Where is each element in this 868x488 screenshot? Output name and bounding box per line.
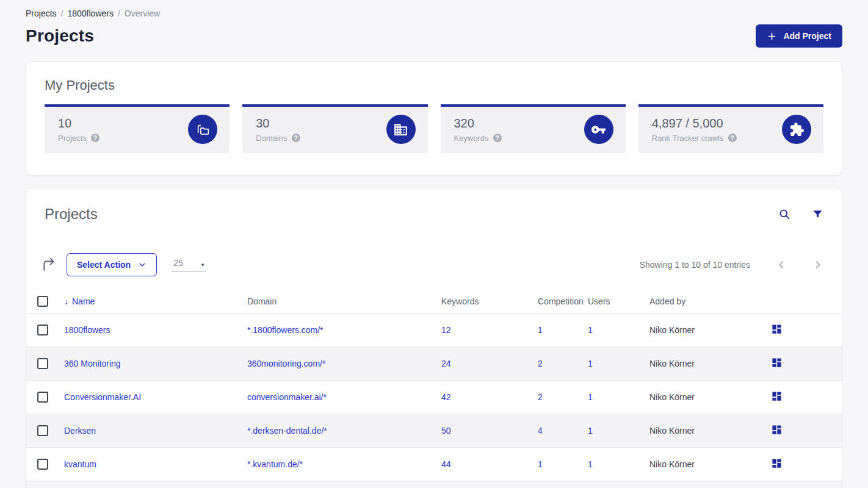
- stat-keywords: 320 Keywords ?: [441, 104, 626, 153]
- row-checkbox[interactable]: [37, 358, 48, 369]
- dashboard-icon: [771, 323, 783, 335]
- column-header-domain[interactable]: Domain: [247, 296, 441, 306]
- stat-projects-label: Projects: [58, 134, 87, 143]
- stat-crawls-value: 4,897 / 5,000: [652, 117, 737, 131]
- help-icon[interactable]: ?: [91, 134, 99, 142]
- keywords-key-icon: [584, 115, 613, 144]
- project-dashboard-button[interactable]: [771, 424, 783, 436]
- projects-panel-title: Projects: [45, 206, 98, 223]
- chevron-down-icon: [138, 260, 146, 269]
- my-projects-title: My Projects: [45, 77, 823, 93]
- project-users-link[interactable]: 1: [588, 359, 593, 368]
- table-row: kvantum *.kvantum.de/* 44 1 1 Niko Körne…: [26, 447, 842, 481]
- breadcrumb: Projects / 1800flowers / Overview: [26, 0, 842, 18]
- stat-domains-label: Domains: [256, 134, 287, 143]
- project-dashboard-button[interactable]: [771, 458, 783, 469]
- page-size-value: 25: [173, 258, 183, 268]
- stat-projects: 10 Projects ?: [45, 104, 230, 153]
- row-checkbox[interactable]: [37, 425, 48, 436]
- project-competition-link[interactable]: 4: [538, 426, 543, 436]
- stat-crawls: 4,897 / 5,000 Rank Tracker crawls ?: [638, 104, 823, 153]
- stats-row: 10 Projects ? 30 Domai: [45, 104, 823, 153]
- pagination-next-icon[interactable]: [812, 259, 823, 270]
- sort-desc-icon: ↓: [64, 296, 68, 306]
- project-users-link[interactable]: 1: [588, 426, 593, 436]
- table-row: Derksen *.derksen-dental.de/* 50 4 1 Nik…: [26, 414, 842, 447]
- project-domain-link[interactable]: conversionmaker.ai/*: [247, 392, 327, 402]
- row-checkbox[interactable]: [37, 325, 48, 336]
- project-competition-link[interactable]: 1: [538, 459, 543, 469]
- project-name-link[interactable]: Derksen: [64, 426, 96, 436]
- column-header-users[interactable]: Users: [588, 296, 649, 306]
- export-arrow-icon[interactable]: [41, 257, 57, 273]
- project-competition-link[interactable]: 2: [538, 359, 543, 368]
- title-row: Projects Add Project: [26, 24, 842, 48]
- select-all-checkbox[interactable]: [37, 296, 48, 307]
- project-competition-link[interactable]: 2: [538, 392, 543, 402]
- project-keywords-link[interactable]: 12: [441, 325, 451, 335]
- help-icon[interactable]: ?: [292, 134, 300, 142]
- search-icon[interactable]: [778, 208, 791, 221]
- project-users-link[interactable]: 1: [588, 459, 593, 469]
- project-domain-link[interactable]: *.kvantum.de/*: [247, 459, 303, 469]
- column-header-competition[interactable]: Competition: [538, 296, 588, 306]
- stat-domains: 30 Domains ?: [242, 104, 427, 153]
- added-by-text: Niko Körner: [649, 325, 695, 335]
- project-users-link[interactable]: 1: [588, 325, 593, 335]
- project-competition-link[interactable]: 1: [538, 325, 543, 335]
- page-size-select[interactable]: 25 ▾: [172, 258, 206, 271]
- dashboard-icon: [771, 424, 783, 436]
- add-project-button[interactable]: Add Project: [756, 24, 842, 48]
- column-header-keywords[interactable]: Keywords: [441, 296, 538, 306]
- project-users-link[interactable]: 1: [588, 392, 593, 402]
- my-projects-card: My Projects 10 Projects ?: [26, 61, 842, 176]
- help-icon[interactable]: ?: [728, 134, 737, 142]
- project-keywords-link[interactable]: 42: [441, 392, 451, 402]
- stat-domains-value: 30: [256, 117, 300, 131]
- breadcrumb-1800flowers[interactable]: 1800flowers: [67, 9, 114, 18]
- add-project-label: Add Project: [783, 31, 831, 41]
- showing-entries-text: Showing 1 to 10 of 10 entries: [640, 260, 750, 270]
- column-header-added-by[interactable]: Added by: [649, 296, 771, 306]
- stat-keywords-value: 320: [454, 117, 502, 131]
- select-action-dropdown[interactable]: Select Action: [67, 253, 157, 276]
- column-header-name[interactable]: ↓ Name: [64, 296, 247, 306]
- project-name-link[interactable]: 360 Monitoring: [64, 359, 121, 368]
- project-keywords-link[interactable]: 50: [441, 426, 451, 436]
- stat-crawls-label: Rank Tracker crawls: [652, 134, 724, 143]
- table-row: 360 Monitoring 360monitoring.com/* 24 2 …: [26, 346, 842, 380]
- breadcrumb-projects[interactable]: Projects: [26, 9, 57, 18]
- select-action-label: Select Action: [77, 260, 131, 270]
- row-checkbox[interactable]: [37, 459, 48, 470]
- project-dashboard-button[interactable]: [771, 323, 783, 335]
- project-domain-link[interactable]: 360monitoring.com/*: [247, 359, 325, 368]
- added-by-text: Niko Körner: [649, 426, 695, 436]
- breadcrumb-overview: Overview: [125, 9, 160, 18]
- table-toolbar: Select Action 25 ▾ Showing 1 to 10 of 10…: [45, 253, 823, 276]
- dashboard-icon: [771, 458, 783, 469]
- page: Projects / 1800flowers / Overview Projec…: [0, 0, 868, 488]
- help-icon[interactable]: ?: [493, 134, 502, 142]
- pagination-prev-icon[interactable]: [776, 259, 787, 270]
- stat-projects-value: 10: [58, 117, 99, 131]
- filter-icon[interactable]: [812, 209, 823, 220]
- project-name-link[interactable]: 1800flowers: [64, 325, 110, 335]
- project-dashboard-button[interactable]: [771, 390, 783, 402]
- project-name-link[interactable]: kvantum: [64, 459, 96, 469]
- dashboard-icon: [771, 390, 783, 402]
- project-domain-link[interactable]: *.1800flowers.com/*: [247, 325, 324, 335]
- projects-panel-head: Projects: [45, 206, 823, 223]
- project-name-link[interactable]: Conversionmaker.AI: [64, 392, 141, 402]
- select-caret-icon: ▾: [201, 262, 204, 268]
- project-keywords-link[interactable]: 44: [441, 459, 451, 469]
- project-domain-link[interactable]: *.derksen-dental.de/*: [247, 426, 327, 436]
- projects-panel: Projects: [26, 188, 842, 488]
- dashboard-icon: [771, 357, 783, 368]
- project-dashboard-button[interactable]: [771, 357, 783, 368]
- domains-building-icon: [386, 115, 416, 144]
- stat-keywords-label: Keywords: [454, 134, 489, 143]
- row-checkbox[interactable]: [37, 392, 48, 403]
- table-header-row: ↓ Name Domain Keywords Competition Users…: [26, 290, 842, 313]
- table-body: 1800flowers *.1800flowers.com/* 12 1 1 N…: [26, 313, 842, 481]
- project-keywords-link[interactable]: 24: [441, 359, 451, 368]
